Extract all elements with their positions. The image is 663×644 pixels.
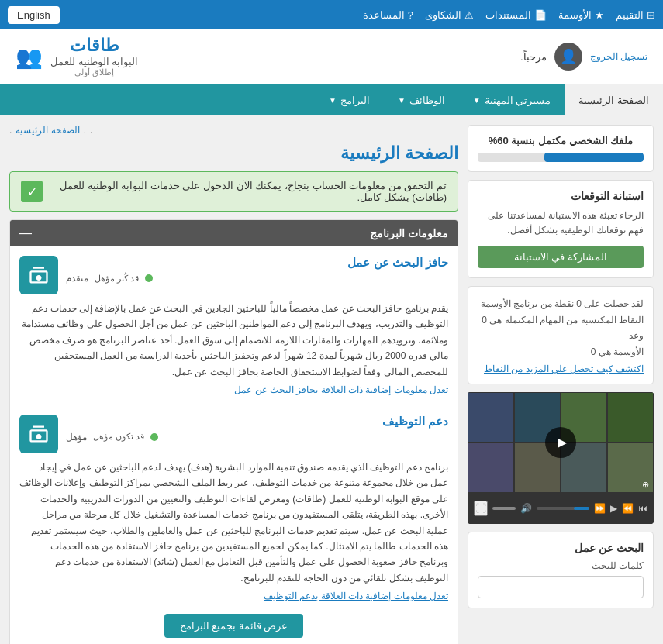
video-controls: ⏮ ⏪ ▶ ⏩ 🔊 ⛶ — [468, 493, 654, 524]
program-item-2: دعم التوظيف قد تكون مؤهل مؤهل برنامج دعم… — [10, 405, 458, 644]
logo-main: طاقات — [50, 36, 138, 56]
search-sub-label: كلمات للبحث — [478, 560, 644, 571]
logo-tagline: إطلاق أولى — [50, 67, 138, 77]
sec-nav-professional[interactable]: مسيرتي المهنية ▼ — [459, 84, 565, 115]
video-play-button[interactable] — [545, 427, 576, 458]
breadcrumb-separator3: . — [9, 125, 12, 136]
nav-help[interactable]: ? المساعدة — [363, 9, 413, 21]
program-title-2: دعم التوظيف — [66, 415, 448, 429]
user-area: تسجيل الخروج 👤 مرحباً. — [520, 43, 647, 71]
vc-left-controls: ⏮ ⏪ ▶ ⏩ — [594, 503, 647, 514]
english-button[interactable]: English — [8, 6, 60, 24]
search-input[interactable] — [478, 576, 644, 598]
level-badge-1: متقدم — [66, 273, 88, 284]
breadcrumb-home-link[interactable]: الصفحة الرئيسية — [16, 125, 79, 136]
sidebar: ملفك الشخصي مكتمل بنسبة 60% استبانة التو… — [468, 125, 654, 644]
chevron-down-icon: ▼ — [473, 96, 481, 105]
nav-documents[interactable]: 📄 المستندات — [485, 9, 547, 21]
site-header: تسجيل الخروج 👤 مرحباً. طاقات البوابة الو… — [0, 29, 663, 84]
sec-nav-programs[interactable]: البرامج ▼ — [315, 84, 384, 115]
points-card: لقد حصلت على 0 نقطة من برنامج الأوسمة ال… — [468, 286, 654, 384]
logo-icon: 👥 — [16, 44, 43, 70]
nav-links: ⊞ التقييم ★ الأوسمة 📄 المستندات ⚠ الشكاو… — [363, 9, 655, 21]
page-title-bar: الصفحة الرئيسية — [9, 143, 458, 164]
program-info-card: معلومات البرنامج — حافز البحث عن عمل قد … — [9, 219, 458, 644]
play-pause-button[interactable]: ▶ — [610, 503, 617, 514]
video-progress-fill — [574, 507, 589, 510]
survey-button[interactable]: المشاركة في الاستبانة — [478, 246, 644, 268]
top-nav: ⊞ التقييم ★ الأوسمة 📄 المستندات ⚠ الشكاو… — [0, 0, 663, 29]
program-status-row-2: قد تكون مؤهل مؤهل — [66, 432, 448, 443]
content-area: . . الصفحة الرئيسية . الصفحة الرئيسية تم… — [9, 125, 458, 644]
job-search-card: البحث عن عمل كلمات للبحث — [468, 532, 654, 608]
video-counter: ⊕ — [642, 480, 649, 490]
program-icon-2 — [19, 415, 58, 453]
level-badge-2: مؤهل — [66, 432, 87, 443]
program-status-row-1: قد كُبر مؤهل متقدم — [66, 273, 448, 284]
status-dot-2 — [150, 433, 158, 441]
page-title: الصفحة الرئيسية — [9, 143, 458, 164]
program-item-header-2: دعم التوظيف قد تكون مؤهل مؤهل — [19, 415, 448, 453]
profile-card: ملفك الشخصي مكتمل بنسبة 60% — [468, 125, 654, 172]
secondary-nav: الصفحة الرئيسية مسيرتي المهنية ▼ الوظائف… — [0, 84, 663, 115]
fullscreen-button[interactable]: ⛶ — [474, 501, 488, 516]
show-all-programs-button[interactable]: عرض قائمة بجميع البرامج — [164, 614, 304, 638]
status-badge-1: قد كُبر مؤهل — [95, 274, 139, 284]
status-badge-2: قد تكون مؤهل — [93, 432, 144, 442]
main-layout: ملفك الشخصي مكتمل بنسبة 60% استبانة التو… — [0, 115, 663, 644]
program-edit-link-1[interactable]: تعدل معلومات إضافية ذات العلاقة بحافز ال… — [19, 384, 448, 395]
video-card: ⊕ ⏮ ⏪ ▶ ⏩ 🔊 ⛶ — [468, 392, 654, 524]
survey-text: الرجاء تعبئة هذه الاستبانة لمساعدتنا على… — [478, 208, 644, 238]
program-desc-1: يقدم برنامج حافز البحث عن عمل مخصصاً مال… — [19, 301, 448, 380]
program-icon-1 — [19, 256, 58, 294]
card-header: معلومات البرنامج — — [10, 220, 458, 246]
logo-area: طاقات البوابة الوطنية للعمل إطلاق أولى 👥 — [16, 36, 138, 77]
program-item: حافز البحث عن عمل قد كُبر مؤهل متقدم يقد… — [10, 246, 458, 405]
video-placeholder: ⊕ — [468, 392, 654, 493]
points-link[interactable]: اكتشف كيف تحصل على المزيد من النقاط — [478, 363, 644, 374]
breadcrumb: . . الصفحة الرئيسية . — [9, 125, 458, 136]
profile-title: ملفك الشخصي مكتمل بنسبة 60% — [478, 135, 644, 146]
video-progress-bar[interactable] — [537, 507, 589, 510]
survey-card: استبانة التوقعات الرجاء تعبئة هذه الاستب… — [468, 180, 654, 278]
status-dot-1 — [145, 274, 153, 282]
rewind-button[interactable]: ⏮ — [638, 503, 647, 514]
points-text3: الأوسمة هي 0 — [478, 344, 644, 360]
logout-link[interactable]: تسجيل الخروج — [590, 51, 647, 62]
program-title-1: حافز البحث عن عمل — [66, 256, 448, 270]
chevron-down-icon: ▼ — [329, 96, 337, 105]
nav-assessment[interactable]: ⊞ التقييم — [616, 9, 655, 21]
nav-complaints[interactable]: ⚠ الشكاوى — [425, 9, 474, 21]
program-desc-2: برنامج دعم التوظيف الذي يقدمه صندوق تنمي… — [19, 460, 448, 586]
breadcrumb-separator: . — [90, 125, 92, 136]
volume-slider[interactable] — [492, 507, 516, 510]
forward-button[interactable]: ⏩ — [594, 503, 606, 514]
collapse-button[interactable]: — — [19, 226, 32, 240]
points-text2: النقاط المكتسبة من المهام المكتملة هي 0 … — [478, 312, 644, 344]
points-text1: لقد حصلت على 0 نقطة من برنامج الأوسمة — [478, 296, 644, 312]
sec-nav-home[interactable]: الصفحة الرئيسية — [565, 84, 663, 115]
program-item-info-1: حافز البحث عن عمل قد كُبر مؤهل متقدم — [66, 256, 448, 284]
program-item-info-2: دعم التوظيف قد تكون مؤهل مؤهل — [66, 415, 448, 443]
program-item-header-1: حافز البحث عن عمل قد كُبر مؤهل متقدم — [19, 256, 448, 294]
avatar: 👤 — [554, 43, 582, 71]
nav-programs[interactable]: ★ الأوسمة — [558, 9, 604, 21]
card-header-title: معلومات البرنامج — [370, 227, 448, 239]
chevron-down-icon: ▼ — [398, 96, 406, 105]
vc-right-controls: 🔊 ⛶ — [474, 501, 532, 516]
progress-bar-fill — [544, 153, 644, 162]
breadcrumb-separator2: . — [84, 125, 86, 136]
back-button[interactable]: ⏪ — [622, 503, 634, 514]
search-title: البحث عن عمل — [478, 542, 644, 554]
progress-bar-bg — [478, 153, 644, 162]
welcome-text: مرحباً. — [520, 51, 547, 63]
survey-title: استبانة التوقعات — [478, 190, 644, 202]
program-edit-link-2[interactable]: تعدل معلومات إضافية ذات العلاقة بدعم الت… — [19, 591, 448, 601]
sec-nav-jobs[interactable]: الوظائف ▼ — [384, 84, 459, 115]
logo-sub: البوابة الوطنية للعمل — [50, 56, 138, 67]
volume-button[interactable]: 🔊 — [520, 503, 532, 514]
success-banner-text: تم التحقق من معلومات الحساب بنجاح، يمكنك… — [49, 180, 447, 203]
checkmark-icon: ✓ — [21, 181, 43, 202]
success-banner: تم التحقق من معلومات الحساب بنجاح، يمكنك… — [9, 171, 458, 212]
